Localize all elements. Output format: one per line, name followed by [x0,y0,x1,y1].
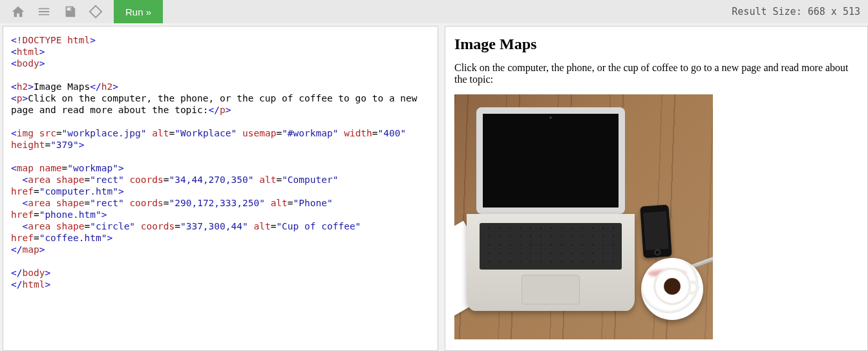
toolbar: Run » Result Size: 668 x 513 [0,0,868,23]
save-icon[interactable] [57,0,83,23]
cup-handle [685,281,699,295]
menu-icon[interactable] [31,0,57,23]
result-size-text: Result Size: [732,6,801,17]
phone[interactable] [640,205,672,259]
laptop-keys [480,223,622,270]
laptop-screen [476,107,625,214]
rotate-icon[interactable] [83,0,109,23]
laptop-base [467,214,635,311]
code-editor[interactable]: <!DOCTYPE html> <html> <body> <h2>Image … [3,26,438,351]
result-width: 668 [808,6,825,17]
result-x: x [831,6,837,17]
home-icon[interactable] [5,0,31,23]
result-size-label: Result Size: 668 x 513 [732,6,863,17]
main-split: <!DOCTYPE html> <html> <body> <h2>Image … [0,23,868,351]
result-panel: Image Maps Click on the computer, the ph… [445,26,868,351]
result-heading: Image Maps [454,36,858,53]
run-button[interactable]: Run » [114,0,163,23]
result-paragraph: Click on the computer, the phone, or the… [454,62,858,85]
result-height: 513 [843,6,860,17]
workplace-image[interactable] [454,94,713,339]
laptop[interactable] [476,107,631,308]
laptop-trackpad [522,275,580,304]
